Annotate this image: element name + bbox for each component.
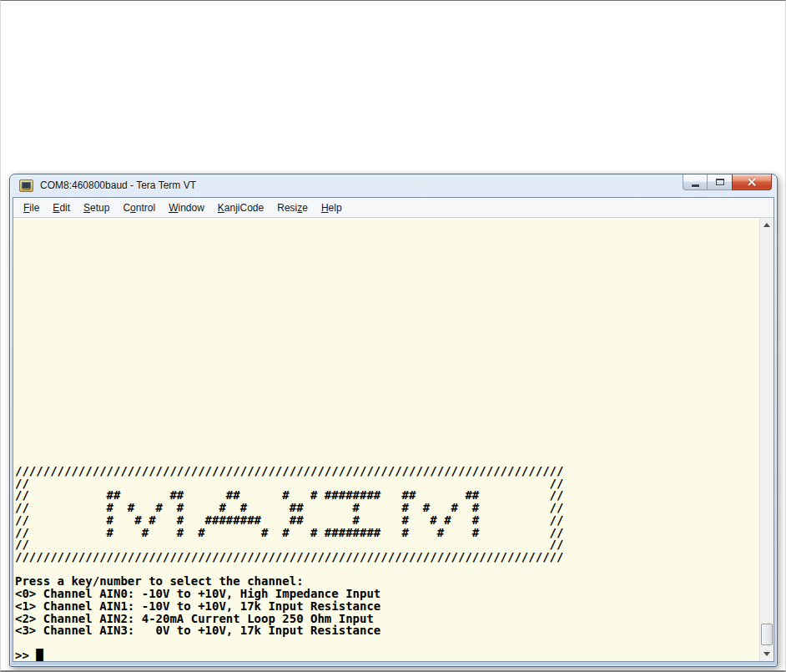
scroll-down-icon	[763, 652, 770, 656]
scroll-down-button[interactable]	[760, 647, 773, 661]
menu-edit[interactable]: Edit	[46, 200, 77, 216]
maximize-icon	[716, 179, 724, 185]
menu-resize[interactable]: Resize	[270, 200, 315, 216]
menu-control[interactable]: Control	[116, 200, 162, 216]
menu-help[interactable]: Help	[315, 200, 349, 216]
close-button[interactable]	[732, 174, 772, 190]
terminal-output[interactable]: ////////////////////////////////////////…	[13, 218, 759, 661]
scrollbar-thumb[interactable]	[761, 624, 773, 645]
scroll-up-icon	[763, 223, 770, 227]
app-icon-screen	[22, 182, 31, 189]
terminal-window: COM8:460800baud - Tera Term VT File Edit…	[9, 174, 778, 667]
maximize-button[interactable]	[708, 174, 732, 190]
app-icon-base	[23, 189, 30, 190]
menu-window[interactable]: Window	[162, 200, 211, 216]
menubar: File Edit Setup Control Window KanjiCode…	[13, 198, 773, 218]
minimize-button[interactable]	[683, 174, 708, 190]
scroll-up-button[interactable]	[760, 218, 773, 232]
menu-file[interactable]: File	[17, 200, 46, 216]
titlebar[interactable]: COM8:460800baud - Tera Term VT	[10, 174, 777, 197]
window-title: COM8:460800baud - Tera Term VT	[40, 179, 196, 191]
page-background: COM8:460800baud - Tera Term VT File Edit…	[0, 0, 786, 672]
minimize-icon	[692, 184, 699, 187]
app-icon[interactable]	[19, 179, 33, 192]
menu-setup[interactable]: Setup	[77, 200, 116, 216]
terminal-client-area: ////////////////////////////////////////…	[13, 218, 773, 661]
window-client: File Edit Setup Control Window KanjiCode…	[13, 197, 774, 662]
menu-kanjicode[interactable]: KanjiCode	[211, 200, 270, 216]
close-icon	[747, 178, 757, 186]
window-controls	[683, 174, 772, 190]
scrollbar[interactable]	[759, 218, 773, 661]
